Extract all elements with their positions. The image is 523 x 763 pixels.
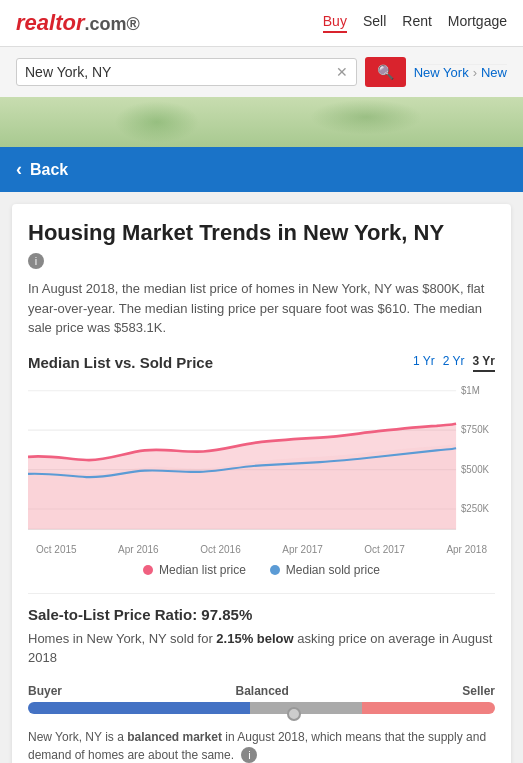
gauge-seller-label: Seller — [462, 684, 495, 698]
nav-rent[interactable]: Rent — [402, 13, 432, 33]
x-label-6: Apr 2018 — [446, 544, 487, 555]
chart-section-header: Median List vs. Sold Price 1 Yr 2 Yr 3 Y… — [28, 354, 495, 372]
nav-buy[interactable]: Buy — [323, 13, 347, 33]
market-desc-prefix: New York, NY is a — [28, 730, 127, 744]
breadcrumb: New York › New — [414, 64, 507, 80]
x-label-5: Oct 2017 — [364, 544, 405, 555]
chart-tab-2yr[interactable]: 2 Yr — [443, 354, 465, 372]
map-strip — [0, 97, 523, 147]
svg-text:$250K: $250K — [461, 502, 489, 513]
search-input-wrapper: ✕ — [16, 58, 357, 86]
svg-text:$750K: $750K — [461, 423, 489, 434]
description: In August 2018, the median list price of… — [28, 279, 495, 338]
header: realtor.com® Buy Sell Rent Mortgage — [0, 0, 523, 47]
page-title: Housing Market Trends in New York, NY — [28, 220, 495, 246]
chart-legend: Median list price Median sold price — [28, 563, 495, 577]
clear-icon[interactable]: ✕ — [336, 64, 348, 80]
svg-text:$1M: $1M — [461, 384, 480, 395]
gauge-indicator-dot — [287, 707, 301, 721]
chart-tab-1yr[interactable]: 1 Yr — [413, 354, 435, 372]
legend-list-price-label: Median list price — [159, 563, 246, 577]
search-bar: ✕ 🔍 New York › New — [0, 47, 523, 97]
x-label-1: Oct 2015 — [36, 544, 77, 555]
svg-text:$500K: $500K — [461, 463, 489, 474]
x-label-2: Apr 2016 — [118, 544, 159, 555]
ratio-highlight: 2.15% below — [216, 631, 293, 646]
nav-links: Buy Sell Rent Mortgage — [323, 13, 507, 33]
back-arrow-icon: ‹ — [16, 159, 22, 180]
gauge-balanced-label: Balanced — [235, 684, 288, 698]
breadcrumb-item2[interactable]: New — [481, 65, 507, 80]
back-label: Back — [30, 161, 68, 179]
chart-tab-3yr[interactable]: 3 Yr — [473, 354, 495, 372]
gauge-buyer-label: Buyer — [28, 684, 62, 698]
logo-realtor-text: realtor — [16, 10, 84, 35]
divider-1 — [28, 593, 495, 594]
gauge-labels: Buyer Balanced Seller — [28, 684, 495, 698]
nav-mortgage[interactable]: Mortgage — [448, 13, 507, 33]
back-bar[interactable]: ‹ Back — [0, 147, 523, 192]
market-highlight: balanced market — [127, 730, 222, 744]
market-info-icon[interactable]: i — [241, 747, 257, 763]
legend-sold-price-label: Median sold price — [286, 563, 380, 577]
legend-list-price: Median list price — [143, 563, 246, 577]
description-text: In August 2018, the median list price of… — [28, 281, 484, 335]
chart-area: $1M $750K $500K $250K — [28, 380, 495, 540]
chart-x-labels: Oct 2015 Apr 2016 Oct 2016 Apr 2017 Oct … — [28, 544, 495, 555]
ratio-desc: Homes in New York, NY sold for 2.15% bel… — [28, 629, 495, 668]
logo-dotcom-text: .com® — [84, 14, 139, 34]
x-label-4: Apr 2017 — [282, 544, 323, 555]
legend-list-price-dot — [143, 565, 153, 575]
chart-svg: $1M $750K $500K $250K — [28, 380, 495, 540]
search-input[interactable] — [25, 64, 332, 80]
breadcrumb-sep: › — [473, 65, 477, 80]
legend-sold-price: Median sold price — [270, 563, 380, 577]
ratio-desc-prefix: Homes in New York, NY sold for — [28, 631, 216, 646]
legend-sold-price-dot — [270, 565, 280, 575]
gauge-indicator — [28, 708, 495, 720]
chart-year-tabs: 1 Yr 2 Yr 3 Yr — [413, 354, 495, 372]
ratio-title: Sale-to-List Price Ratio: 97.85% — [28, 606, 495, 623]
nav-sell[interactable]: Sell — [363, 13, 386, 33]
content-card: Housing Market Trends in New York, NY i … — [12, 204, 511, 763]
x-label-3: Oct 2016 — [200, 544, 241, 555]
logo: realtor.com® — [16, 10, 140, 36]
breadcrumb-item1[interactable]: New York — [414, 65, 469, 80]
search-button[interactable]: 🔍 — [365, 57, 406, 87]
info-icon[interactable]: i — [28, 253, 44, 269]
chart-section-title: Median List vs. Sold Price — [28, 354, 213, 371]
market-desc: New York, NY is a balanced market in Aug… — [28, 728, 495, 764]
